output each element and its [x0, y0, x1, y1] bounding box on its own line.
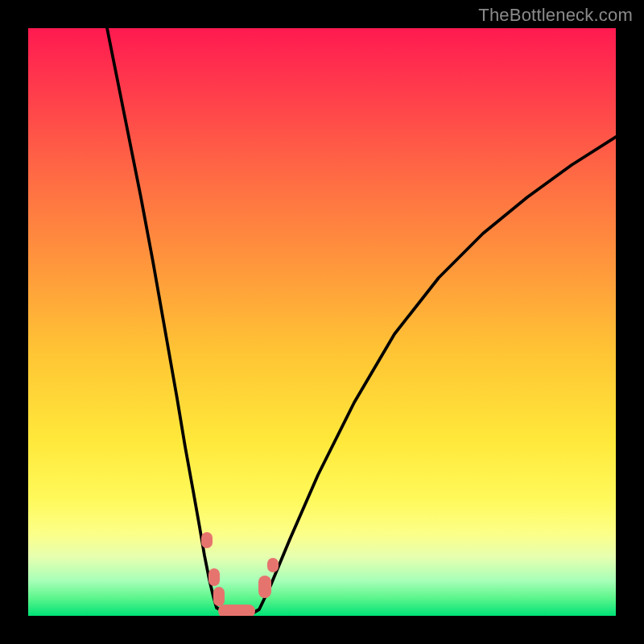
curve-marker-3 — [218, 605, 255, 616]
curve-marker-1 — [208, 568, 220, 586]
plot-area — [28, 28, 616, 616]
chart-svg — [28, 28, 616, 616]
watermark-text: TheBottleneck.com — [478, 5, 633, 26]
marker-layer — [201, 532, 279, 616]
curve-layer — [107, 28, 616, 614]
curve-marker-4 — [258, 576, 271, 598]
chart-frame: TheBottleneck.com — [0, 0, 644, 644]
curve-marker-2 — [213, 587, 225, 606]
curve-marker-5 — [267, 558, 279, 572]
curve-marker-0 — [201, 532, 213, 548]
bottleneck-curve — [107, 28, 616, 614]
